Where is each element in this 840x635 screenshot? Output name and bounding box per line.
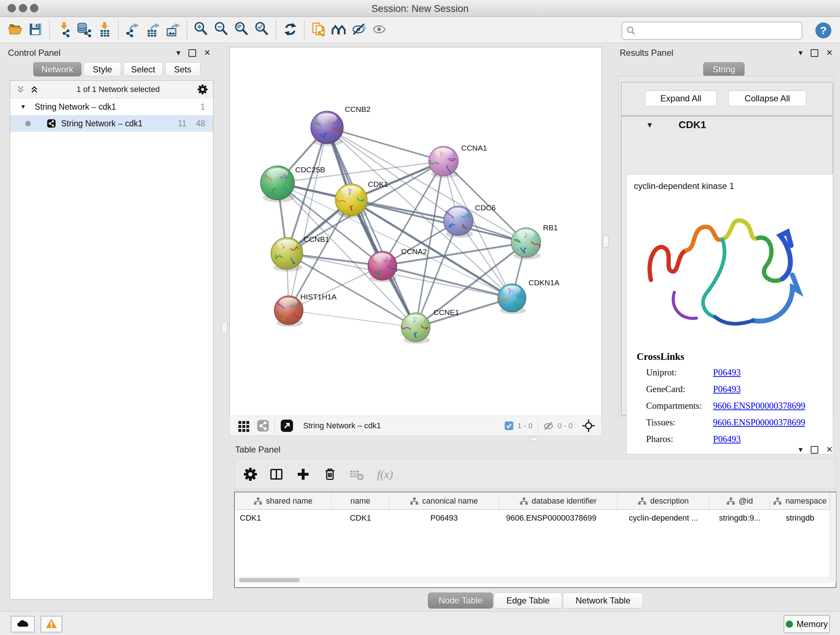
network-node-HIST1H1A[interactable] bbox=[274, 296, 303, 327]
expand-all-button[interactable]: Expand All bbox=[645, 90, 717, 106]
crosslink-link[interactable]: P06493 bbox=[713, 384, 741, 394]
tree-row-collection[interactable]: ▼ String Network – cdk1 1 bbox=[10, 98, 213, 115]
float-panel-icon[interactable]: ▾ bbox=[799, 49, 803, 57]
maximize-panel-icon[interactable] bbox=[811, 49, 818, 57]
network-edge[interactable] bbox=[289, 266, 382, 310]
crosslink-link[interactable]: P06493 bbox=[713, 367, 741, 378]
refresh-button[interactable] bbox=[280, 20, 300, 40]
birds-eye-view-icon[interactable] bbox=[280, 419, 294, 432]
network-view-panel[interactable]: CCNB2 CCNA1 CDC25B CDK1 CDC6 RB1 CCNB1 bbox=[229, 47, 602, 416]
expand-all-icon[interactable] bbox=[30, 85, 39, 94]
right-splitter-handle[interactable] bbox=[603, 235, 608, 248]
close-panel-icon[interactable]: ✕ bbox=[826, 49, 833, 57]
column-header-shared-name[interactable]: shared name bbox=[235, 492, 332, 509]
network-canvas[interactable]: CCNB2 CCNA1 CDC25B CDK1 CDC6 RB1 CCNB1 bbox=[230, 48, 602, 416]
tab-node-table[interactable]: Node Table bbox=[428, 593, 493, 608]
column-header-canonical-name[interactable]: canonical name bbox=[389, 492, 499, 509]
show-all-button[interactable] bbox=[369, 20, 389, 40]
export-image-button[interactable] bbox=[163, 20, 183, 40]
network-node-CCNB2[interactable] bbox=[311, 111, 343, 146]
network-node-CCNB1[interactable] bbox=[271, 238, 303, 272]
zoom-out-button[interactable] bbox=[211, 20, 232, 40]
network-node-CCNA1[interactable] bbox=[429, 146, 458, 178]
tab-sets[interactable]: Sets bbox=[165, 62, 201, 76]
import-network-database-button[interactable] bbox=[74, 20, 94, 40]
tab-style[interactable]: Style bbox=[84, 62, 121, 76]
collapse-entry-icon[interactable]: ▼ bbox=[646, 121, 653, 129]
network-edge[interactable] bbox=[289, 310, 416, 327]
selected-checkbox-icon[interactable] bbox=[504, 421, 514, 431]
grid-view-icon[interactable] bbox=[238, 420, 250, 432]
table-cell[interactable]: stringdb bbox=[770, 510, 830, 526]
network-node-CDC6[interactable] bbox=[444, 206, 473, 238]
zoom-in-button[interactable] bbox=[191, 20, 211, 40]
import-table-button[interactable] bbox=[94, 20, 114, 40]
table-cell[interactable]: P06493 bbox=[389, 510, 499, 526]
network-node-CDC25B[interactable] bbox=[261, 166, 294, 203]
toggle-columns-button[interactable] bbox=[268, 466, 284, 482]
table-cell[interactable]: CDK1 bbox=[235, 510, 332, 526]
zoom-selected-button[interactable] bbox=[252, 20, 272, 40]
warnings-button[interactable] bbox=[41, 616, 62, 632]
close-panel-icon[interactable]: ✕ bbox=[826, 446, 833, 454]
search-input[interactable] bbox=[639, 24, 802, 38]
column-header-name[interactable]: name bbox=[332, 492, 389, 509]
zoom-fit-button[interactable] bbox=[232, 20, 252, 40]
network-node-CCNE1[interactable] bbox=[401, 313, 430, 344]
settings-gear-button[interactable] bbox=[243, 467, 257, 481]
export-network-button[interactable] bbox=[122, 20, 142, 40]
tab-network[interactable]: Network bbox=[33, 62, 81, 76]
float-panel-icon[interactable]: ▾ bbox=[799, 446, 803, 454]
network-node-CCNA2[interactable] bbox=[368, 251, 397, 282]
table-cell[interactable]: stringdb:9... bbox=[709, 510, 770, 526]
table-cell[interactable]: CDK1 bbox=[332, 510, 389, 526]
network-edge[interactable] bbox=[289, 127, 327, 310]
create-column-button[interactable] bbox=[295, 466, 311, 482]
column-header--id[interactable]: @id bbox=[709, 492, 770, 509]
cloud-status-button[interactable] bbox=[11, 616, 35, 632]
horizontal-scrollbar[interactable] bbox=[235, 577, 830, 583]
vertical-scrollbar[interactable] bbox=[830, 492, 836, 583]
float-panel-icon[interactable]: ▾ bbox=[177, 49, 180, 57]
save-session-button[interactable] bbox=[25, 20, 46, 40]
left-splitter-handle[interactable] bbox=[221, 321, 227, 334]
delete-column-button[interactable] bbox=[322, 466, 338, 482]
crosslink-link[interactable]: 9606.ENSP00000378699 bbox=[713, 417, 805, 428]
table-cell[interactable]: cyclin-dependent ... bbox=[617, 510, 709, 526]
fit-selected-crosshair-icon[interactable] bbox=[581, 418, 596, 433]
close-panel-icon[interactable]: ✕ bbox=[204, 49, 210, 57]
crosslink-link[interactable]: 9606.ENSP00000378699 bbox=[713, 401, 805, 411]
column-header-database-identifier[interactable]: database identifier bbox=[499, 492, 617, 509]
network-options-gear-icon[interactable] bbox=[197, 84, 208, 95]
export-table-button[interactable] bbox=[142, 20, 163, 40]
clone-network-button[interactable] bbox=[308, 20, 328, 40]
import-network-file-button[interactable] bbox=[54, 20, 74, 40]
memory-button[interactable]: Memory bbox=[783, 615, 830, 633]
network-node-CDK1[interactable] bbox=[335, 184, 367, 218]
collapse-all-button[interactable]: Collapse All bbox=[728, 90, 806, 106]
results-tab-string[interactable]: String bbox=[703, 62, 745, 76]
bottom-splitter-handle[interactable] bbox=[531, 437, 538, 441]
network-edge[interactable] bbox=[327, 127, 416, 327]
tab-select[interactable]: Select bbox=[123, 62, 163, 76]
collapse-icon[interactable]: ▼ bbox=[20, 103, 26, 110]
network-share-view-icon[interactable] bbox=[256, 419, 270, 432]
collapse-all-icon[interactable] bbox=[16, 85, 25, 94]
scrollbar-thumb[interactable] bbox=[239, 578, 300, 582]
column-header-description[interactable]: description bbox=[617, 492, 709, 509]
table-cell[interactable]: 9606.ENSP00000378699 bbox=[499, 510, 617, 526]
network-edge[interactable] bbox=[416, 298, 512, 327]
hide-selected-button[interactable] bbox=[349, 20, 369, 40]
maximize-panel-icon[interactable] bbox=[811, 446, 818, 454]
network-node-RB1[interactable] bbox=[511, 228, 541, 260]
maximize-panel-icon[interactable] bbox=[188, 49, 196, 57]
network-node-CDKN1A[interactable] bbox=[498, 284, 526, 314]
tree-row-network[interactable]: String Network – cdk1 11 48 bbox=[10, 115, 213, 132]
table-row[interactable]: CDK1CDK1P064939606.ENSP00000378699cyclin… bbox=[235, 510, 836, 526]
tab-edge-table[interactable]: Edge Table bbox=[494, 593, 562, 608]
tab-network-table[interactable]: Network Table bbox=[563, 593, 643, 608]
first-neighbors-button[interactable] bbox=[328, 20, 349, 40]
open-session-button[interactable] bbox=[5, 20, 25, 40]
help-button[interactable]: ? bbox=[815, 22, 832, 41]
gene-card-header[interactable]: ▼ CDK1 bbox=[622, 117, 832, 133]
